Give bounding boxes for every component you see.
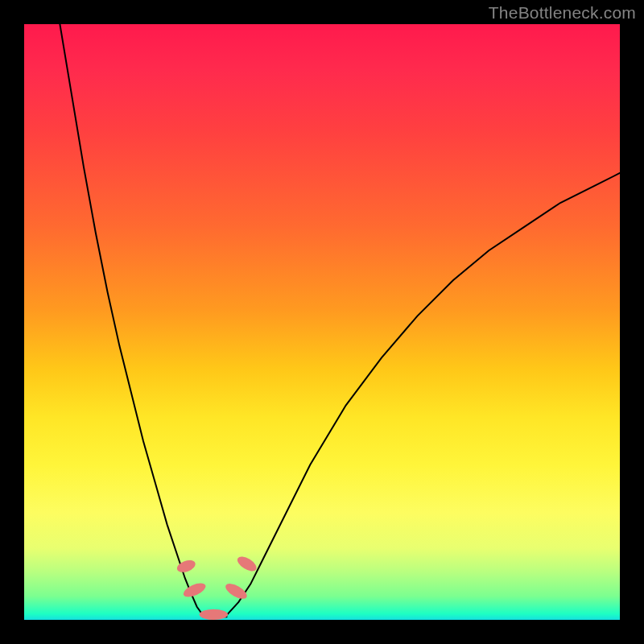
marker-cluster-right-upper [235,554,259,574]
marker-cluster-left-lower [181,580,207,600]
series-right-branch [227,173,620,615]
series-group [60,24,620,617]
series-left-branch [60,24,203,615]
plot-svg [24,24,620,620]
watermark-text: TheBottleneck.com [489,3,636,23]
chart-frame: TheBottleneck.com [0,0,644,644]
plot-area [24,24,620,620]
marker-trough-blob [200,609,229,620]
